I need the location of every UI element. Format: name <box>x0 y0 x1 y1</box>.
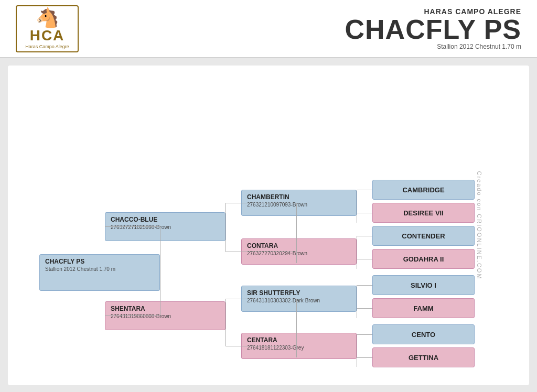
gen3-3-name: SIR SHUTTERFLY <box>247 289 351 297</box>
horse-main-name: CHACFLY PS <box>345 16 521 43</box>
conn-h14 <box>357 357 372 358</box>
gen1-name: CHACFLY PS <box>45 258 154 265</box>
main-content: CHACFLY PS Stallion 2012 Chestnut 1.70 m… <box>8 66 529 385</box>
horse-icon: 🐴 <box>36 8 59 27</box>
gen4-7-box: CENTO <box>372 324 475 344</box>
gen4-6-box: FAMM <box>372 298 475 318</box>
conn-h10 <box>357 259 372 259</box>
conn-v7 <box>357 190 357 223</box>
conn-h2 <box>105 315 160 316</box>
gen1-id: Stallion 2012 Chestnut 1.70 m <box>45 266 154 272</box>
conn-h4 <box>225 252 296 252</box>
conn-v10 <box>357 334 357 367</box>
gen4-2-label: DESIREE VII <box>403 209 444 217</box>
gen3-2-name: CONTARA <box>247 242 351 249</box>
header: 🐴 HCA Haras Campo Alegre HARAS CAMPO ALE… <box>0 0 537 58</box>
logo-hca-text: HCA <box>30 27 65 44</box>
conn-v2 <box>160 226 160 315</box>
logo-box: 🐴 HCA Haras Campo Alegre <box>16 5 79 52</box>
gen4-8-label: GETTINA <box>409 354 438 362</box>
logo-area: 🐴 HCA Haras Campo Alegre <box>16 5 79 52</box>
gen4-6-label: FAMM <box>413 304 433 312</box>
gen2-bottom-name: SHENTARA <box>111 305 220 312</box>
conn-h6 <box>225 346 296 346</box>
conn-h13 <box>357 334 372 335</box>
conn-h12 <box>357 308 372 309</box>
conn-v3 <box>296 203 297 263</box>
conn-h5 <box>225 299 296 299</box>
gen4-3-box: CONTENDER <box>372 226 475 246</box>
gen1-box: CHACFLY PS Stallion 2012 Chestnut 1.70 m <box>39 254 160 291</box>
gen2-top-name: CHACCO-BLUE <box>111 216 220 223</box>
pedigree-area: CHACFLY PS Stallion 2012 Chestnut 1.70 m… <box>8 66 529 385</box>
conn-h8 <box>357 213 372 213</box>
gen4-5-box: SILVIO I <box>372 275 475 295</box>
conn-v6 <box>225 299 226 346</box>
gen4-3-label: CONTENDER <box>402 232 445 240</box>
conn-v4 <box>225 203 226 252</box>
conn-h11 <box>357 285 372 286</box>
gen4-2-box: DESIREE VII <box>372 203 475 223</box>
gen3-4-name: CENTARA <box>247 336 351 344</box>
watermark: Creado con CRIOONLINE.COM <box>476 171 482 279</box>
gen4-1-box: CAMBRIDGE <box>372 180 475 200</box>
conn-h7 <box>357 190 372 190</box>
title-area: HARAS CAMPO ALEGRE CHACFLY PS Stallion 2… <box>345 7 521 50</box>
gen4-7-label: CENTO <box>412 331 435 339</box>
logo-subtitle-text: Haras Campo Alegre <box>25 44 69 49</box>
conn-v9 <box>357 285 357 318</box>
gen2-bottom-id: 276431319860808-Brown <box>111 313 220 319</box>
gen4-1-label: CAMBRIDGE <box>402 186 444 194</box>
gen4-4-label: GODAHRA II <box>403 255 444 263</box>
gen2-top-id: 276327271025998-Brown <box>111 224 220 230</box>
conn-h1 <box>105 226 160 227</box>
gen3-1-name: CHAMBERTIN <box>247 193 351 201</box>
conn-v5 <box>296 299 297 357</box>
gen4-4-box: GODAHRA II <box>372 249 475 269</box>
conn-v8 <box>357 236 357 269</box>
gen4-8-box: GETTINA <box>372 347 475 367</box>
conn-h3 <box>225 203 296 203</box>
gen4-5-label: SILVIO I <box>411 281 436 289</box>
conn-h9 <box>357 236 372 236</box>
